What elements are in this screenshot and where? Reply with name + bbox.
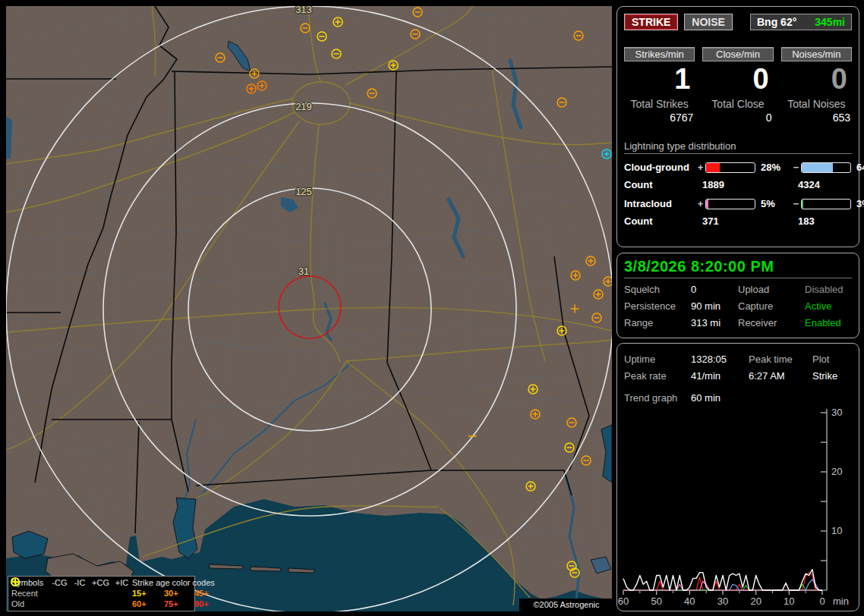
age-code-60plus: 60+ <box>132 599 164 608</box>
legend-row-label: Recent <box>11 589 49 598</box>
age-code-75plus: 75+ <box>164 599 194 608</box>
map-canvas: 31321912531 <box>6 6 612 611</box>
rate-value: 0 <box>781 63 852 95</box>
age-code-45plus: 45+ <box>194 589 223 598</box>
status-row-range: Range313 miReceiverEnabled <box>624 317 852 328</box>
ring-label-313: 313 <box>295 6 312 15</box>
distribution-type-label: Cloud-ground <box>624 162 695 173</box>
nexstorm-app-window: 31321912531 Symbols -CG -IC +CG +IC Stri… <box>0 0 864 616</box>
negative-percent-bar <box>801 162 851 173</box>
legend-col-ic-neg: -IC <box>70 578 90 587</box>
status-value: 0 <box>691 284 738 295</box>
copyright-notice: ©2005 Astrogenic Systems <box>519 599 612 611</box>
ring-label-219: 219 <box>295 101 312 112</box>
bearing-range: 345mi <box>815 16 845 28</box>
status-value: 313 mi <box>691 317 738 328</box>
info-row-uptime: Uptime1328:05Peak timePlot <box>624 354 852 365</box>
positive-percent-bar <box>705 199 755 209</box>
datetime-divider <box>624 278 852 278</box>
negative-count: 4324 <box>791 179 852 190</box>
status-value-2: Active <box>805 300 852 312</box>
legend-row-label: Old <box>11 599 49 608</box>
legend-age-title: Strike age color codes <box>132 578 223 587</box>
x-tick-label: 50 <box>651 596 661 607</box>
status-label: Range <box>624 317 691 328</box>
status-label: Persistence <box>624 300 691 312</box>
rate-value: 1 <box>624 63 695 95</box>
count-label: Count <box>624 179 695 190</box>
info-value: 41/min <box>691 370 749 382</box>
distribution-row-cloud-ground: Cloud-ground+28%−64% <box>624 162 852 173</box>
status-label: Squelch <box>624 284 691 295</box>
total-value: 6767 <box>624 112 695 124</box>
x-tick-label: 20 <box>750 596 761 607</box>
positive-percent-bar <box>705 162 755 173</box>
y-tick-label: 30 <box>831 407 842 418</box>
plus-sign: + <box>695 198 705 209</box>
positive-bar-fill <box>706 200 708 209</box>
minus-sign: − <box>791 198 801 209</box>
legend-col-cg-neg: -CG <box>49 578 70 587</box>
x-axis-unit: min <box>833 596 849 607</box>
current-datetime: 3/8/2026 8:20:00 PM <box>624 258 852 275</box>
x-tick-label: 10 <box>784 596 794 607</box>
legend-row-recent: Recent15+30+45+ <box>11 588 191 599</box>
status-label-2: Upload <box>738 284 805 295</box>
rate-chip-strikes-min: Strikes/min <box>624 47 695 61</box>
info-value: 1328:05 <box>691 354 749 365</box>
total-value: 0 <box>702 112 773 124</box>
total-label: Total Strikes <box>624 98 695 110</box>
status-row-squelch: Squelch0UploadDisabled <box>624 284 852 295</box>
total-label: Total Noises <box>781 98 852 110</box>
positive-bar-fill <box>706 163 720 172</box>
trend-graph-label: Trend graph <box>624 392 691 404</box>
lightning-map[interactable]: 31321912531 Symbols -CG -IC +CG +IC Stri… <box>6 6 612 611</box>
info-label: Uptime <box>624 354 691 365</box>
strike-mode-button[interactable]: STRIKE <box>624 14 678 30</box>
positive-percent: 5% <box>757 198 791 209</box>
status-panel: 3/8/2026 8:20:00 PM Squelch0UploadDisabl… <box>616 253 859 338</box>
strike-symbol-ic_pos <box>11 578 18 585</box>
info-cell-3: Peak time <box>749 354 812 365</box>
symbol-legend: Symbols -CG -IC +CG +IC Strike age color… <box>8 576 195 611</box>
status-label-2: Receiver <box>738 317 805 328</box>
x-tick-label: 40 <box>684 596 695 607</box>
distribution-title: Lightning type distribution <box>624 140 852 152</box>
rate-value: 0 <box>702 63 773 95</box>
distribution-row-intracloud: Intracloud+5%−3% <box>624 198 852 209</box>
noise-mode-button[interactable]: NOISE <box>684 14 733 30</box>
ring-label-31: 31 <box>298 266 309 277</box>
info-cell-4: Strike <box>812 370 852 382</box>
rate-chip-close-min: Close/min <box>702 47 773 61</box>
legend-col-cg-pos: +CG <box>90 578 112 587</box>
x-tick-label: 60 <box>618 596 629 607</box>
negative-bar-fill <box>802 200 803 209</box>
y-tick-label: 20 <box>831 466 842 477</box>
negative-percent-bar <box>801 199 851 209</box>
legend-row-old: Old60+75+90+ <box>11 599 191 609</box>
age-code-90plus: 90+ <box>194 599 223 608</box>
info-label: Peak rate <box>624 370 691 382</box>
x-tick-label: 0 <box>819 596 825 607</box>
negative-percent: 64% <box>853 162 864 173</box>
total-label: Total Close <box>702 98 773 110</box>
plus-sign: + <box>695 162 705 173</box>
count-label: Count <box>624 215 695 227</box>
distribution-count-row: Count18894324 <box>624 179 852 190</box>
status-value-2: Disabled <box>805 284 852 295</box>
counters-panel: STRIKE NOISE Bng 62° 345mi Strikes/minCl… <box>616 6 859 247</box>
status-row-persistence: Persistence90 minCaptureActive <box>624 300 852 312</box>
bearing-badge: Bng 62° 345mi <box>750 14 852 30</box>
distribution-divider <box>624 153 852 154</box>
negative-count: 183 <box>791 215 852 227</box>
status-label-2: Capture <box>738 300 805 312</box>
legend-col-ic-pos: +IC <box>112 578 132 587</box>
distribution-type-label: Intracloud <box>624 198 695 209</box>
x-tick-label: 30 <box>717 596 728 607</box>
distribution-count-row: Count371183 <box>624 215 852 227</box>
y-tick-label: 10 <box>831 525 842 536</box>
info-cell-3: 6:27 AM <box>749 370 812 382</box>
positive-count: 1889 <box>695 179 791 190</box>
negative-bar-fill <box>802 163 833 172</box>
positive-percent: 28% <box>757 162 791 173</box>
